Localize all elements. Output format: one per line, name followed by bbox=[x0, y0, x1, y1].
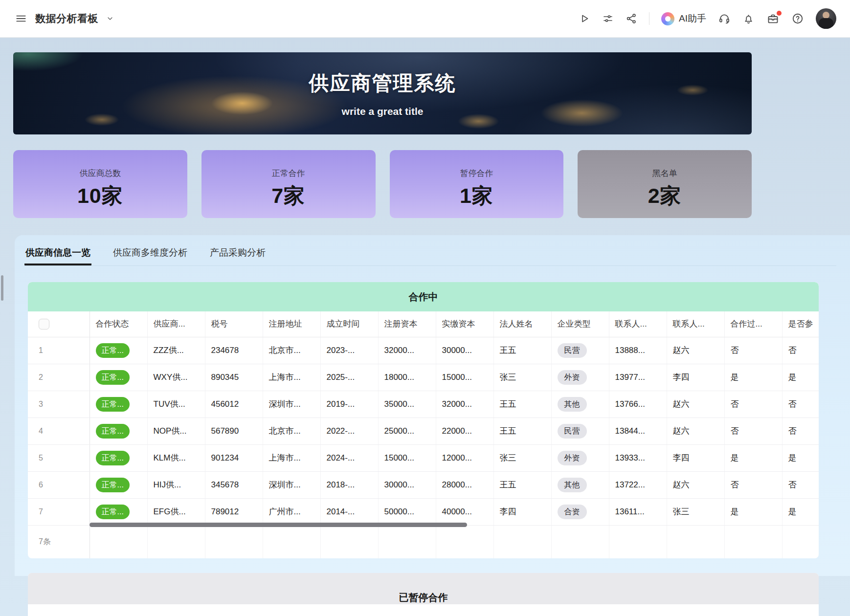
row-number-cell: 1 bbox=[28, 337, 89, 364]
status-cell: 正常... bbox=[89, 444, 147, 471]
table-row[interactable]: 2正常...WXY供...890345上海市...2025-...18000..… bbox=[28, 364, 819, 391]
cell: 赵六 bbox=[667, 471, 724, 498]
footer-cell bbox=[263, 525, 320, 558]
column-header[interactable]: 供应商... bbox=[147, 311, 205, 337]
inbox-icon[interactable] bbox=[766, 12, 780, 25]
share-icon[interactable] bbox=[626, 13, 637, 24]
cell: 234678 bbox=[205, 337, 263, 364]
stat-card-blacklist[interactable]: 黑名单 2家 bbox=[578, 150, 752, 218]
tab-supplier-overview[interactable]: 供应商信息一览 bbox=[24, 245, 91, 265]
avatar[interactable] bbox=[816, 8, 836, 29]
table-row[interactable]: 7正常...EFG供...789012广州市...2014-...50000..… bbox=[28, 498, 819, 525]
column-header[interactable]: 注册地址 bbox=[263, 311, 320, 337]
stat-value: 1家 bbox=[390, 182, 564, 210]
ai-logo-icon bbox=[661, 12, 674, 25]
cell: 否 bbox=[782, 391, 819, 418]
column-header[interactable]: 联系人... bbox=[609, 311, 667, 337]
topbar: 数据分析看板 AI助手 bbox=[0, 0, 850, 38]
stat-card-active[interactable]: 正常合作 7家 bbox=[201, 150, 376, 218]
cell: 是 bbox=[782, 364, 819, 391]
menu-icon[interactable] bbox=[15, 12, 27, 25]
cell: 901234 bbox=[205, 444, 263, 471]
table-row[interactable]: 6正常...HIJ供...345678深圳市...2018-...30000..… bbox=[28, 471, 819, 498]
column-header[interactable]: 合作过... bbox=[724, 311, 782, 337]
stat-card-total[interactable]: 供应商总数 10家 bbox=[13, 150, 187, 218]
stat-label: 暂停合作 bbox=[390, 168, 564, 179]
column-header[interactable]: 成立时间 bbox=[320, 311, 378, 337]
cell: 王五 bbox=[493, 337, 551, 364]
cell: 890345 bbox=[205, 364, 263, 391]
footer-cell bbox=[782, 525, 819, 558]
status-badge: 正常... bbox=[96, 343, 130, 358]
column-header[interactable]: 是否参 bbox=[782, 311, 819, 337]
cell: 40000... bbox=[436, 498, 493, 525]
stat-value: 7家 bbox=[201, 182, 376, 210]
stat-value: 10家 bbox=[13, 182, 187, 210]
cell: 上海市... bbox=[263, 364, 320, 391]
cell: 30000... bbox=[436, 337, 493, 364]
hero-banner: 供应商管理系统 write a great title bbox=[13, 52, 752, 134]
enterprise-type-cell: 民营 bbox=[551, 337, 609, 364]
column-header[interactable]: 联系人... bbox=[667, 311, 724, 337]
column-header[interactable]: 合作状态 bbox=[89, 311, 147, 337]
horizontal-scrollbar[interactable] bbox=[89, 523, 467, 527]
stat-label: 黑名单 bbox=[578, 168, 752, 179]
cell: 15000... bbox=[436, 364, 493, 391]
stat-label: 供应商总数 bbox=[13, 168, 187, 179]
select-all-checkbox[interactable] bbox=[39, 319, 49, 330]
cell: 上海市... bbox=[263, 444, 320, 471]
play-icon[interactable] bbox=[579, 13, 590, 24]
record-count: 7条 bbox=[28, 525, 89, 558]
vertical-scrollbar[interactable] bbox=[1, 275, 3, 301]
cell: NOP供... bbox=[147, 418, 205, 444]
cell: KLM供... bbox=[147, 444, 205, 471]
table-row[interactable]: 5正常...KLM供...901234上海市...2024-...15000..… bbox=[28, 444, 819, 471]
column-header[interactable]: 税号 bbox=[205, 311, 263, 337]
tabs: 供应商信息一览 供应商多维度分析 产品采购分析 bbox=[24, 245, 836, 266]
ai-assistant-button[interactable]: AI助手 bbox=[661, 12, 706, 25]
column-header[interactable]: 注册资本 bbox=[378, 311, 436, 337]
app-root: 数据分析看板 AI助手 bbox=[0, 0, 850, 616]
cell: 是 bbox=[724, 498, 782, 525]
footer-cell bbox=[436, 525, 493, 558]
status-badge: 正常... bbox=[96, 505, 130, 519]
help-icon[interactable] bbox=[791, 12, 804, 25]
headset-icon[interactable] bbox=[718, 12, 731, 25]
table-row[interactable]: 3正常...TUV供...456012深圳市...2019-...35000..… bbox=[28, 391, 819, 418]
stat-value: 2家 bbox=[578, 182, 752, 210]
row-number-cell: 5 bbox=[28, 444, 89, 471]
tab-procurement-analysis[interactable]: 产品采购分析 bbox=[209, 245, 267, 265]
footer-cell bbox=[551, 525, 609, 558]
enterprise-type-cell: 外资 bbox=[551, 444, 609, 471]
cell: TUV供... bbox=[147, 391, 205, 418]
select-all-cell[interactable] bbox=[28, 311, 89, 337]
cell: 35000... bbox=[378, 391, 436, 418]
cell: 否 bbox=[724, 471, 782, 498]
filter-settings-icon[interactable] bbox=[602, 13, 614, 24]
cell: 13933... bbox=[609, 444, 667, 471]
cell: 李四 bbox=[667, 364, 724, 391]
footer-cell bbox=[147, 525, 205, 558]
cell: 是 bbox=[724, 444, 782, 471]
footer-cell bbox=[667, 525, 724, 558]
column-header[interactable]: 企业类型 bbox=[551, 311, 609, 337]
cell: 张三 bbox=[667, 498, 724, 525]
column-header[interactable]: 法人姓名 bbox=[493, 311, 551, 337]
cell: 赵六 bbox=[667, 418, 724, 444]
stat-card-paused[interactable]: 暂停合作 1家 bbox=[390, 150, 564, 218]
cell: 345678 bbox=[205, 471, 263, 498]
tab-supplier-analysis[interactable]: 供应商多维度分析 bbox=[112, 245, 188, 265]
bell-icon[interactable] bbox=[742, 13, 755, 25]
chevron-down-icon[interactable] bbox=[106, 15, 114, 22]
table-row[interactable]: 4正常...NOP供...567890北京市...2022-...25000..… bbox=[28, 418, 819, 444]
cell: 28000... bbox=[436, 471, 493, 498]
suppliers-table-viewport: 合作状态供应商...税号注册地址成立时间注册资本实缴资本法人姓名企业类型联系人.… bbox=[28, 311, 819, 558]
cell: 广州市... bbox=[263, 498, 320, 525]
cell: 13722... bbox=[609, 471, 667, 498]
cell: 50000... bbox=[378, 498, 436, 525]
table-row[interactable]: 1正常...ZZZ供...234678北京市...2023-...32000..… bbox=[28, 337, 819, 364]
status-cell: 正常... bbox=[89, 391, 147, 418]
cell: 13766... bbox=[609, 391, 667, 418]
type-badge: 民营 bbox=[558, 424, 587, 439]
column-header[interactable]: 实缴资本 bbox=[436, 311, 493, 337]
